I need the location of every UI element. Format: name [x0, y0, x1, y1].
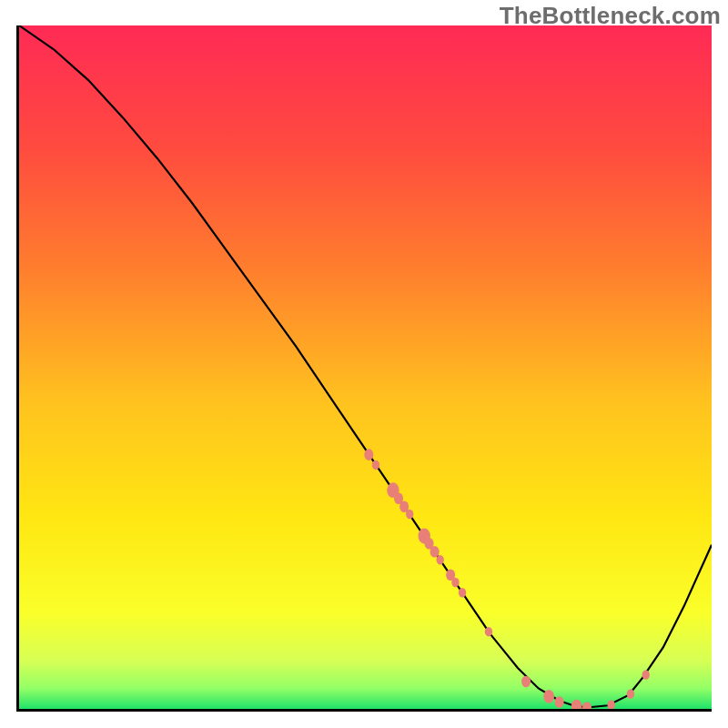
- scatter-point: [364, 449, 373, 460]
- scatter-point: [372, 460, 379, 470]
- scatter-point: [437, 555, 444, 565]
- scatter-point: [430, 546, 440, 558]
- plot-area: [16, 25, 712, 712]
- scatter-point: [451, 578, 459, 588]
- scatter-point: [543, 690, 554, 703]
- scatter-point: [555, 696, 564, 708]
- scatter-point: [406, 510, 413, 520]
- scatter-point: [521, 676, 531, 688]
- plot-svg: [19, 25, 712, 709]
- chart-canvas: TheBottleneck.com: [0, 0, 728, 728]
- scatter-point: [485, 627, 492, 637]
- scatter-point: [459, 588, 466, 598]
- watermark-text: TheBottleneck.com: [500, 2, 721, 30]
- scatter-point: [642, 670, 650, 680]
- scatter-point: [627, 689, 634, 699]
- gradient-fill: [19, 25, 712, 709]
